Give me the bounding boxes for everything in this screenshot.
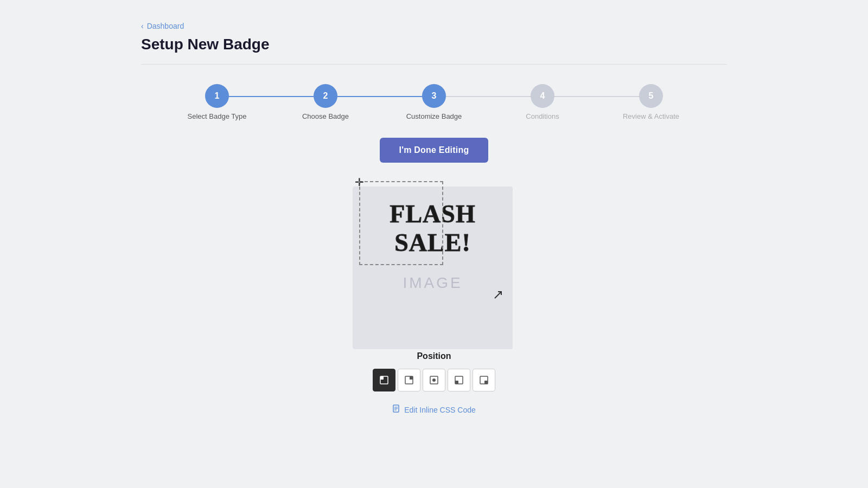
- step-1-circle: 1: [205, 84, 229, 108]
- svg-rect-7: [455, 381, 458, 384]
- chevron-left-icon: ‹: [141, 22, 144, 30]
- svg-rect-9: [484, 381, 488, 384]
- badge-editor[interactable]: ✛ FLASH SALE! IMAGE: [353, 176, 515, 338]
- svg-rect-3: [410, 376, 413, 380]
- step-5-label: Review & Activate: [623, 112, 679, 120]
- position-top-right-button[interactable]: [398, 369, 420, 391]
- position-center-button[interactable]: [423, 369, 445, 391]
- svg-rect-1: [380, 376, 384, 380]
- badge-image-label: IMAGE: [403, 274, 462, 292]
- preview-area: ✛ FLASH SALE! IMAGE Position: [141, 176, 727, 415]
- page-container: ‹ Dashboard Setup New Badge 1 Select Bad…: [0, 0, 868, 436]
- step-3-label: Customize Badge: [406, 112, 462, 120]
- edit-css-icon: [392, 404, 401, 415]
- position-buttons: [373, 369, 495, 391]
- edit-css-label: Edit Inline CSS Code: [404, 406, 476, 414]
- step-3[interactable]: 3 Customize Badge: [380, 84, 488, 120]
- position-label: Position: [417, 351, 451, 361]
- move-cursor-icon: ✛: [355, 176, 364, 189]
- step-2-label: Choose Badge: [302, 112, 349, 120]
- selection-box: [359, 181, 443, 265]
- step-5[interactable]: 5 Review & Activate: [597, 84, 705, 120]
- resize-handle-icon[interactable]: [494, 291, 502, 301]
- step-4-label: Conditions: [526, 112, 559, 120]
- position-bottom-left-button[interactable]: [448, 369, 470, 391]
- step-4[interactable]: 4 Conditions: [488, 84, 597, 120]
- page-title: Setup New Badge: [141, 36, 727, 53]
- step-1-label: Select Badge Type: [188, 112, 247, 120]
- done-button-wrapper: I'm Done Editing: [141, 138, 727, 163]
- done-editing-button[interactable]: I'm Done Editing: [380, 138, 489, 163]
- title-divider: [141, 64, 727, 65]
- step-2[interactable]: 2 Choose Badge: [271, 84, 380, 120]
- step-3-circle: 3: [422, 84, 446, 108]
- step-4-circle: 4: [531, 84, 554, 108]
- svg-point-5: [432, 378, 436, 382]
- svg-line-0: [495, 292, 501, 298]
- breadcrumb[interactable]: ‹ Dashboard: [141, 22, 727, 30]
- position-top-left-button[interactable]: [373, 369, 395, 391]
- step-1[interactable]: 1 Select Badge Type: [163, 84, 271, 120]
- edit-css-link[interactable]: Edit Inline CSS Code: [392, 404, 476, 415]
- breadcrumb-label: Dashboard: [147, 22, 184, 30]
- step-5-circle: 5: [639, 84, 663, 108]
- stepper: 1 Select Badge Type 2 Choose Badge 3 Cus…: [141, 84, 727, 120]
- step-2-circle: 2: [314, 84, 337, 108]
- position-bottom-right-button[interactable]: [473, 369, 495, 391]
